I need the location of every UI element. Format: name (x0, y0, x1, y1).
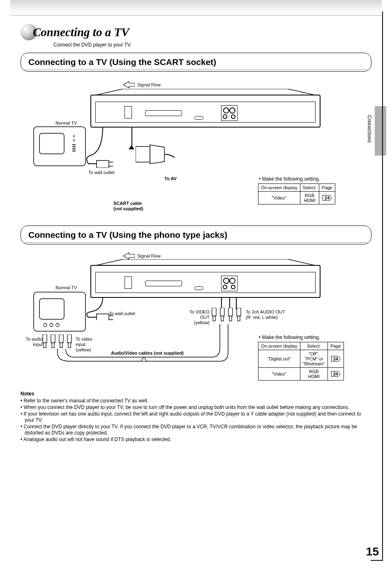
svg-rect-16 (136, 146, 150, 162)
note-item: • If your television set has one audio i… (21, 411, 371, 423)
t1-r1c2: RGBHDMI (300, 192, 319, 204)
svg-rect-32 (220, 308, 224, 316)
svg-rect-9 (72, 146, 76, 147)
small-port-2 (194, 286, 203, 290)
power-cable (86, 127, 123, 168)
section1-header: Connecting to a TV (Using the SCART sock… (21, 53, 371, 72)
note-item: • Analogue audio out will not have sound… (21, 437, 371, 443)
section-tab-bg (375, 106, 386, 156)
svg-marker-0 (123, 81, 135, 88)
svg-marker-18 (123, 253, 135, 259)
svg-rect-31 (213, 316, 215, 321)
phono-jack-bl (223, 114, 227, 119)
note-item: • Refer to the owner's manual of the con… (21, 398, 371, 404)
scart-cable-label: SCART cable (not supplied) (113, 201, 143, 211)
svg-rect-8 (72, 144, 76, 145)
svg-rect-35 (229, 316, 232, 321)
chapter-title: Connecting to a TV (33, 26, 129, 39)
notes-heading: Notes (21, 391, 371, 397)
chapter-subtitle: Connect the DVD player to your TV. (53, 42, 371, 48)
chapter-title-row: Connecting to a TV (21, 24, 371, 40)
to-av-label: To AV (164, 176, 177, 181)
t2-r2c3: 24 (327, 368, 344, 381)
note-item: • When you connect the DVD player to you… (21, 404, 371, 411)
svg-marker-15 (129, 145, 134, 149)
svg-rect-23 (39, 299, 64, 319)
make-setting-note: • Make the following setting. (259, 176, 320, 182)
notes-list: • Refer to the owner's manual of the con… (21, 398, 371, 443)
to-audio-out-label: To 2ch AUDIO OUT (R: red, L:white) (246, 309, 285, 320)
svg-rect-5 (39, 133, 64, 154)
svg-rect-33 (221, 316, 224, 321)
normal-tv-label-2: Normal TV (55, 285, 77, 290)
svg-rect-12 (97, 160, 109, 168)
t1-h2: Select: (300, 184, 319, 192)
section1-diagram: Signal Flow Normal TV (21, 77, 371, 225)
connector-bar-2 (145, 281, 182, 286)
arrow-up-icon (129, 145, 134, 149)
svg-rect-34 (228, 308, 233, 316)
svg-rect-27 (97, 314, 109, 320)
scart-plug (136, 143, 177, 164)
av-cable-path (45, 324, 240, 369)
t2-r1c2: "Off","PCM" or"Bitstream" (300, 350, 327, 368)
normal-tv-label: Normal TV (55, 121, 77, 125)
t1-h1: On-screen display (258, 184, 300, 192)
phono-jack-br-2 (231, 285, 235, 289)
svg-marker-17 (150, 145, 164, 164)
signal-flow-text: Signal Flow (137, 82, 161, 87)
connector-bar (145, 110, 182, 116)
section1-title: Connecting to a TV (Using the SCART sock… (28, 57, 364, 67)
t2-r1c3: 24 (327, 350, 344, 368)
svg-rect-11 (72, 151, 76, 151)
signal-flow-text-2: Signal Flow (137, 253, 161, 258)
to-audio-input-label: To audio input (23, 337, 43, 347)
arrow-up-icon-2 (141, 357, 147, 361)
t2-r2c2: RGBHDMI (300, 368, 327, 381)
wall-outlet-label-2: To wall outlet (109, 311, 135, 316)
svg-marker-46 (141, 357, 147, 361)
rear-panel-inner-2 (95, 272, 316, 293)
section2-diagram: Signal Flow Normal TV (21, 250, 371, 386)
t2-h1: On-screen display (258, 342, 300, 350)
svg-rect-10 (72, 149, 76, 149)
signal-flow-label-2: Signal Flow (123, 253, 161, 259)
t1-h3: Page (319, 184, 335, 192)
settings-table-2: On-screen display Select: Page "Digital … (258, 342, 344, 381)
scart-cable-l2: (not supplied) (113, 206, 143, 211)
header-gradient (10, 0, 382, 16)
page-number: 15 (366, 545, 379, 558)
svg-rect-37 (238, 316, 240, 321)
svg-rect-36 (237, 308, 241, 316)
tv-icon (33, 126, 86, 167)
dvd-player-rear-2 (90, 265, 321, 298)
arrow-left-icon (123, 253, 135, 259)
note-item: • Connect the DVD player directly to you… (21, 424, 371, 436)
phono-jack-br (231, 114, 235, 119)
settings-table-1: On-screen display Select: Page "Video" R… (258, 183, 335, 204)
page-border-right (382, 12, 383, 561)
rear-panel-inner (95, 102, 316, 123)
scart-lead-line (131, 127, 132, 147)
av-cables-label: Audio/Video cables (not supplied) (111, 351, 184, 355)
scart-socket (125, 106, 132, 118)
section2-header: Connecting to a TV (Using the phono type… (21, 225, 371, 244)
small-port (194, 116, 203, 120)
make-setting-note-2: • Make the following setting. (259, 334, 320, 340)
phono-plugs-up (211, 308, 244, 323)
t2-h3: Page (327, 342, 344, 350)
t2-h2: Select: (300, 342, 327, 350)
t2-r1c1: "Digital out" (258, 350, 300, 368)
wall-outlet-label: To wall outlet (88, 170, 115, 175)
t1-r1c1: "Video" (258, 192, 300, 204)
dvd-player-rear (90, 95, 321, 128)
svg-rect-30 (212, 308, 216, 316)
signal-flow-label: Signal Flow (123, 81, 161, 88)
t1-r1c3: 24 (319, 192, 335, 204)
scart-socket-2 (125, 276, 132, 289)
to-video-out-label: To VIDEO OUT (yellow) (185, 309, 210, 326)
power-cable-2 (86, 297, 123, 320)
t2-r2c1: "Video" (258, 368, 300, 381)
section2-title: Connecting to a TV (Using the phono type… (28, 230, 364, 240)
scart-cable-l1: SCART cable (113, 201, 142, 206)
